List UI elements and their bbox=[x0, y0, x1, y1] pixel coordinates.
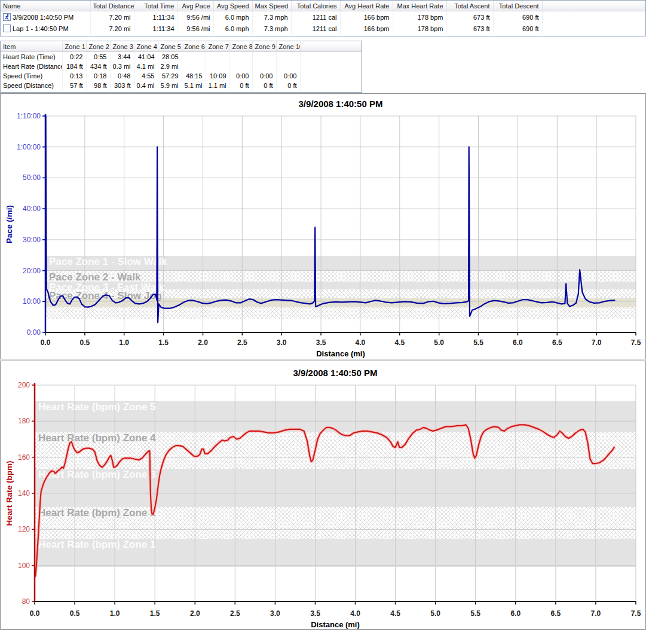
zone-value-cell[interactable]: 3:44 bbox=[110, 52, 134, 62]
activity-name-cell[interactable]: Lap 1 - 1:40:50 PM bbox=[1, 23, 90, 34]
zone-value-cell[interactable]: 0:00 bbox=[229, 71, 252, 81]
zone-value-cell[interactable] bbox=[182, 52, 206, 62]
summary-value-cell[interactable]: 1:11:34 bbox=[134, 11, 177, 23]
y-tick-label: 180 bbox=[18, 417, 30, 425]
zone-value-cell[interactable]: 0.3 mi bbox=[110, 62, 134, 71]
column-header[interactable]: Total Time bbox=[134, 1, 177, 11]
summary-value-cell[interactable]: 6.0 mph bbox=[213, 11, 252, 23]
column-header[interactable]: Total Distance bbox=[90, 1, 134, 11]
column-header[interactable]: Avg Speed bbox=[213, 1, 252, 11]
zone-row-label[interactable]: Heart Rate (Time) bbox=[1, 52, 62, 62]
zone-value-cell[interactable]: 10:09 bbox=[206, 71, 229, 81]
filler-cell bbox=[300, 71, 362, 81]
column-header[interactable]: Total Descent bbox=[493, 1, 542, 11]
y-tick-label: 100 bbox=[18, 561, 30, 570]
zone-value-cell[interactable] bbox=[252, 52, 276, 62]
zone-value-cell[interactable]: 98 ft bbox=[86, 81, 110, 90]
column-header[interactable]: Total Ascent bbox=[446, 1, 493, 11]
zone-value-cell[interactable] bbox=[252, 62, 276, 71]
summary-value-cell[interactable]: 9:56 /mi bbox=[177, 11, 213, 23]
column-header[interactable]: Max Heart Rate bbox=[393, 1, 446, 11]
summary-value-cell[interactable]: 7.3 mph bbox=[252, 11, 291, 23]
zone-value-cell[interactable] bbox=[276, 52, 300, 62]
summary-value-cell[interactable]: 1:11:34 bbox=[134, 23, 177, 34]
zone-row-label[interactable]: Speed (Distance) bbox=[1, 81, 62, 90]
zone-value-cell[interactable]: 0 ft bbox=[276, 81, 300, 90]
zone-band bbox=[45, 307, 636, 319]
zone-value-cell[interactable]: 2.9 mi bbox=[158, 62, 182, 71]
zone-value-cell[interactable] bbox=[206, 52, 229, 62]
x-tick-label: 5.0 bbox=[434, 338, 444, 347]
zone-value-cell[interactable]: 0 ft bbox=[252, 81, 276, 90]
zone-column-header[interactable]: Zone 4 bbox=[134, 41, 158, 52]
zone-value-cell[interactable]: 5.9 mi bbox=[158, 81, 182, 90]
summary-value-cell[interactable]: 6.0 mph bbox=[213, 23, 252, 34]
summary-value-cell[interactable]: 178 bpm bbox=[393, 11, 446, 23]
activity-name-cell[interactable]: 3/9/2008 1:40:50 PM bbox=[1, 11, 90, 23]
zone-value-cell[interactable]: 434 ft bbox=[86, 62, 110, 71]
zone-column-header[interactable]: Zone 3 bbox=[110, 41, 134, 52]
summary-value-cell[interactable]: 166 bpm bbox=[340, 11, 393, 23]
summary-value-cell[interactable]: 178 bpm bbox=[393, 23, 446, 34]
y-tick-label: 0:00 bbox=[27, 328, 41, 337]
zone-value-cell[interactable]: 57 ft bbox=[62, 81, 86, 90]
zone-value-cell[interactable]: 1.1 mi bbox=[206, 81, 229, 90]
zone-value-cell[interactable] bbox=[276, 62, 300, 71]
zone-value-cell[interactable]: 48:15 bbox=[182, 71, 206, 81]
zone-value-cell[interactable]: 4:55 bbox=[134, 71, 158, 81]
zone-row-label[interactable]: Heart Rate (Distance) bbox=[1, 62, 62, 71]
summary-value-cell[interactable]: 690 ft bbox=[493, 11, 542, 23]
zone-value-cell[interactable]: 0:22 bbox=[62, 52, 86, 62]
zone-column-header[interactable]: Zone 6 bbox=[182, 41, 206, 52]
zone-column-header[interactable]: Zone 5 bbox=[158, 41, 182, 52]
column-header[interactable]: Total Calories bbox=[291, 1, 340, 11]
zone-value-cell[interactable] bbox=[182, 62, 206, 71]
zone-value-cell[interactable]: 28:05 bbox=[158, 52, 182, 62]
summary-value-cell[interactable]: 1211 cal bbox=[291, 23, 340, 34]
zone-value-cell[interactable]: 5.1 mi bbox=[182, 81, 206, 90]
x-tick-label: 0.0 bbox=[30, 609, 40, 618]
summary-value-cell[interactable]: 7.20 mi bbox=[90, 23, 134, 34]
zone-value-cell[interactable]: 0.4 mi bbox=[134, 81, 158, 90]
summary-value-cell[interactable]: 1211 cal bbox=[291, 11, 340, 23]
zone-value-cell[interactable]: 0:48 bbox=[110, 71, 134, 81]
column-header[interactable]: Name bbox=[1, 1, 90, 11]
zone-value-cell[interactable] bbox=[206, 62, 229, 71]
summary-value-cell[interactable]: 7.3 mph bbox=[252, 23, 291, 34]
x-tick-label: 2.0 bbox=[198, 338, 208, 347]
zone-row-label[interactable]: Speed (Time) bbox=[1, 71, 62, 81]
x-tick-label: 3.0 bbox=[270, 609, 280, 618]
zone-value-cell[interactable]: 0:00 bbox=[252, 71, 276, 81]
zone-value-cell[interactable]: 57:29 bbox=[158, 71, 182, 81]
zone-column-header[interactable]: Zone 8 bbox=[229, 41, 252, 52]
zone-column-header[interactable]: Zone 10 bbox=[276, 41, 300, 52]
zone-value-cell[interactable]: 0:13 bbox=[62, 71, 86, 81]
zone-value-cell[interactable]: 303 ft bbox=[110, 81, 134, 90]
summary-value-cell[interactable]: 673 ft bbox=[446, 23, 493, 34]
zone-value-cell[interactable]: 0 ft bbox=[229, 81, 252, 90]
zone-value-cell[interactable]: 0:55 bbox=[86, 52, 110, 62]
zone-value-cell[interactable]: 184 ft bbox=[62, 62, 86, 71]
summary-value-cell[interactable]: 690 ft bbox=[493, 23, 542, 34]
summary-value-cell[interactable]: 9:56 /mi bbox=[177, 23, 213, 34]
summary-value-cell[interactable]: 7.20 mi bbox=[90, 11, 134, 23]
zone-value-cell[interactable]: 4.1 mi bbox=[134, 62, 158, 71]
column-header[interactable]: Avg Heart Rate bbox=[340, 1, 393, 11]
x-tick-label: 7.5 bbox=[631, 609, 641, 618]
zone-column-header[interactable]: Zone 2 bbox=[86, 41, 110, 52]
zone-column-header[interactable]: Zone 1 bbox=[62, 41, 86, 52]
zone-value-cell[interactable]: 0:18 bbox=[86, 71, 110, 81]
zone-value-cell[interactable]: 41:04 bbox=[134, 52, 158, 62]
zone-column-header[interactable]: Zone 7 bbox=[206, 41, 229, 52]
summary-value-cell[interactable]: 673 ft bbox=[446, 11, 493, 23]
y-tick-label: 10:00 bbox=[23, 297, 41, 306]
zone-column-header[interactable]: Zone 9 bbox=[252, 41, 276, 52]
zone-value-cell[interactable] bbox=[229, 52, 252, 62]
zone-value-cell[interactable]: 0:00 bbox=[276, 71, 300, 81]
zone-column-header[interactable]: Item bbox=[1, 41, 62, 52]
column-header[interactable]: Avg Pace bbox=[177, 1, 213, 11]
zone-value-cell[interactable] bbox=[229, 62, 252, 71]
summary-value-cell[interactable]: 166 bpm bbox=[340, 23, 393, 34]
column-header[interactable]: Max Speed bbox=[252, 1, 291, 11]
zone-row: Speed (Time)0:130:180:484:5557:2948:1510… bbox=[1, 71, 362, 81]
